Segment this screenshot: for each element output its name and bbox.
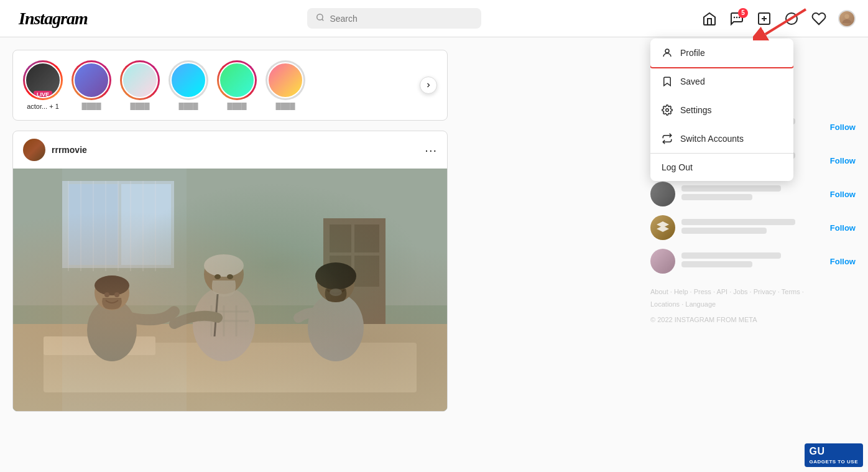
suggestion-item-4: Follow (650, 215, 856, 240)
bookmark-icon (662, 76, 673, 87)
footer-links: About · Help · Press · API · Jobs · Priv… (650, 286, 856, 311)
saved-label: Saved (680, 76, 705, 86)
header: Instagram 5 (0, 0, 868, 37)
svg-point-11 (666, 109, 669, 112)
story-label-4: ████ (178, 103, 198, 110)
dropdown-item-switch[interactable]: Switch Accounts (650, 124, 793, 153)
story-label-5: ████ (227, 103, 246, 110)
suggestion-sub-blur-4 (681, 228, 767, 234)
suggestion-item-3: Follow (650, 182, 856, 206)
dropdown-item-logout[interactable]: Log Out (650, 154, 793, 181)
svg-point-10 (665, 49, 669, 53)
follow-button-1[interactable]: Follow (830, 123, 856, 132)
follow-button-3[interactable]: Follow (830, 190, 856, 199)
story-avatar-1: LIVE (25, 62, 61, 98)
profile-avatar-button[interactable] (838, 10, 856, 27)
story-item-5[interactable]: ████ (217, 60, 257, 110)
suggestion-info-5 (681, 252, 824, 270)
profile-label: Profile (680, 48, 705, 58)
story-ring-4 (169, 60, 208, 100)
switch-icon (662, 133, 673, 144)
switch-label: Switch Accounts (680, 134, 744, 144)
post-container: rrrmovie ··· (12, 131, 448, 412)
story-next-button[interactable] (420, 76, 437, 94)
search-icon (316, 13, 325, 24)
suggestion-avatar-3 (650, 182, 675, 206)
nav-icons: 5 (701, 10, 856, 27)
story-label-3: ████ (130, 103, 149, 110)
gear-icon (662, 104, 673, 116)
story-label-1: actor... + 1 (27, 103, 59, 110)
feed-area: LIVE actor... + 1 ████ ████ (0, 37, 632, 472)
instagram-logo[interactable]: Instagram (19, 9, 88, 29)
post-user: rrrmovie (23, 139, 87, 161)
story-item-2[interactable]: ████ (72, 60, 111, 110)
footer-link-terms[interactable]: Terms (782, 288, 800, 295)
post-username[interactable]: rrrmovie (52, 145, 87, 155)
story-item-1[interactable]: LIVE actor... + 1 (23, 60, 63, 110)
messenger-icon[interactable]: 5 (729, 11, 745, 27)
home-icon[interactable] (701, 11, 718, 27)
dropdown-item-settings[interactable]: Settings (650, 96, 793, 124)
story-avatar-5 (219, 62, 255, 98)
svg-point-7 (844, 14, 849, 18)
suggestion-avatar-4 (650, 215, 675, 240)
settings-label: Settings (680, 105, 712, 115)
svg-line-1 (322, 19, 324, 21)
story-avatar-3 (122, 62, 158, 98)
dropdown-menu: Profile Saved Settings Switch Accounts L… (650, 39, 793, 181)
suggestion-name-blur-4 (681, 219, 795, 225)
story-avatar-6 (267, 62, 303, 98)
search-bar[interactable] (307, 8, 481, 29)
story-ring-live: LIVE (23, 60, 63, 100)
stories-container: LIVE actor... + 1 ████ ████ (12, 50, 448, 121)
svg-marker-6 (789, 16, 794, 21)
footer-link-help[interactable]: Help (674, 288, 688, 295)
story-ring-6 (265, 60, 305, 100)
footer-link-language[interactable]: Language (685, 300, 716, 308)
post-header: rrrmovie ··· (13, 131, 447, 169)
post-image (13, 169, 447, 411)
more-icon[interactable]: ··· (425, 143, 437, 157)
heart-icon[interactable] (811, 11, 827, 27)
copyright: © 2022 INSTAGRAM FROM META (650, 316, 856, 323)
footer-link-privacy[interactable]: Privacy (754, 288, 776, 295)
suggestion-sub-blur-3 (681, 194, 752, 200)
dropdown-item-profile[interactable]: Profile (650, 39, 793, 67)
create-icon[interactable] (756, 11, 772, 27)
footer-link-jobs[interactable]: Jobs (733, 288, 747, 295)
search-input[interactable] (330, 14, 473, 24)
follow-button-5[interactable]: Follow (830, 257, 856, 266)
suggestion-name-blur-5 (681, 252, 781, 259)
suggestion-item-5: Follow (650, 249, 856, 274)
dropdown-item-saved[interactable]: Saved (650, 67, 793, 96)
post-image-overlay (13, 169, 447, 411)
post-avatar (23, 139, 45, 161)
story-label-2: ████ (81, 103, 101, 110)
suggestion-avatar-5 (650, 249, 675, 274)
footer-link-api[interactable]: API (716, 288, 727, 295)
explore-icon[interactable] (783, 11, 800, 27)
story-ring-5 (217, 60, 257, 100)
suggestion-sub-blur-5 (681, 261, 752, 267)
follow-button-4[interactable]: Follow (830, 223, 856, 233)
story-item-4[interactable]: ████ (169, 60, 208, 110)
story-ring-3 (120, 60, 160, 100)
footer-link-about[interactable]: About (650, 288, 668, 295)
story-ring-2 (72, 60, 111, 100)
message-badge: 5 (738, 8, 748, 18)
story-label-6: ████ (275, 103, 295, 110)
story-avatar-4 (170, 62, 206, 98)
svg-point-0 (317, 14, 323, 20)
logout-label: Log Out (662, 162, 693, 172)
story-item-3[interactable]: ████ (120, 60, 160, 110)
suggestion-name-blur-3 (681, 185, 781, 192)
footer-link-press[interactable]: Press (694, 288, 711, 295)
gadgets-to-use-watermark: GU GADGETS TO USE (805, 443, 863, 467)
story-avatar-2 (73, 62, 109, 98)
suggestion-info-3 (681, 185, 824, 203)
footer-link-locations[interactable]: Locations (650, 300, 680, 308)
story-item-6[interactable]: ████ (265, 60, 305, 110)
person-icon (662, 47, 673, 58)
follow-button-2[interactable]: Follow (830, 156, 856, 165)
